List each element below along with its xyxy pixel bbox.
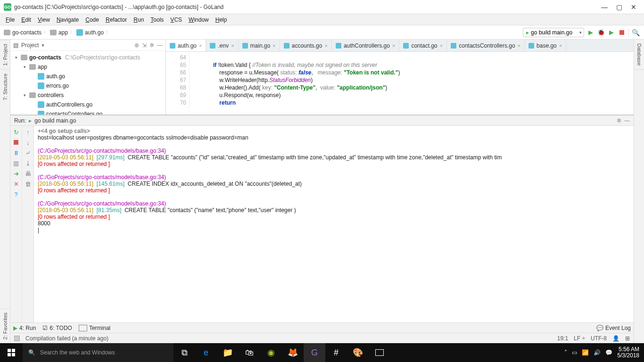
edge-icon[interactable]: e [195,343,217,362]
hide-panel-icon[interactable]: — [157,42,163,49]
dump-button[interactable]: ▥ [12,159,20,167]
menu-help[interactable]: Help [213,16,230,24]
run-button[interactable]: ▶ [587,29,594,36]
volume-icon[interactable]: 🔊 [594,349,601,356]
editor-tab[interactable]: .env× [206,40,238,51]
tool-tab-database[interactable]: Database [634,40,644,70]
close-tab-icon[interactable]: × [324,43,327,49]
tray-chevron-icon[interactable]: ˄ [564,349,567,356]
code-editor[interactable]: 64656667686970 if !token.Valid { //Token… [166,52,634,115]
tree-item[interactable]: controllers [38,92,64,99]
close-tab-icon[interactable]: × [392,43,395,49]
menu-tools[interactable]: Tools [148,16,166,24]
app-icon[interactable] [369,343,390,362]
editor-tab[interactable]: contact.go× [399,40,447,51]
close-tab-icon[interactable]: × [440,43,443,49]
breadcrumb-item[interactable]: app [50,29,68,36]
explorer-icon[interactable]: 📁 [217,343,239,362]
tree-item[interactable]: app [38,64,47,70]
editor-tab[interactable]: accounts.go× [280,40,332,51]
debug-button[interactable]: 🐞 [597,29,605,36]
editor-tab[interactable]: auth.go× [166,40,206,51]
wifi-icon[interactable]: 📶 [582,349,589,356]
tree-item[interactable]: contactsControllers.go [46,111,102,115]
caret-position[interactable]: 19:1 [557,335,568,342]
editor-tab[interactable]: base.go× [525,40,566,51]
app-icon: GO [4,3,11,11]
close-run-button[interactable]: ✕ [12,180,20,188]
tool-tab-favorites[interactable]: 2: Favorites [0,308,10,343]
tree-item[interactable]: errors.go [46,82,69,89]
rerun-button[interactable]: ↻ [12,128,20,136]
menu-navigate[interactable]: Navigate [54,16,82,24]
soft-wrap-button[interactable]: ⤶ [24,148,32,157]
close-button[interactable]: ✕ [631,3,636,11]
close-tab-icon[interactable]: × [199,43,202,49]
run-hide-icon[interactable]: — [624,117,630,124]
run-settings-icon[interactable]: ✲ [617,117,621,124]
up-button[interactable]: ↑ [24,128,32,136]
battery-icon[interactable]: ▭ [572,349,577,356]
line-separator[interactable]: LF ÷ [574,335,585,342]
collapse-all-icon[interactable]: ⇲ [142,42,147,49]
start-button[interactable] [0,343,23,362]
menu-vcs[interactable]: VCS [167,16,185,24]
editor-tab[interactable]: authControllers.go× [332,40,400,51]
taskbar-clock[interactable]: 5:56 AM 5/3/2018 [617,346,639,359]
menu-view[interactable]: View [35,16,53,24]
clear-button[interactable]: 🗑 [24,180,32,188]
tool-tab-run[interactable]: ▶4: Run [13,325,36,331]
editor-tab[interactable]: main.go× [239,40,280,51]
taskbar-search[interactable]: 🔍 Search the web and Windows [23,343,173,362]
paint-icon[interactable]: 🎨 [347,343,369,362]
console-output[interactable]: +<4 go setup calls>host=localhost user=p… [34,126,634,322]
close-tab-icon[interactable]: × [231,43,234,49]
goland-icon[interactable]: G [304,343,325,362]
tree-item[interactable]: auth.go [46,73,65,80]
scroll-end-button[interactable]: ⤓ [24,159,32,167]
code-content[interactable]: if !token.Valid { //Token is invalid, ma… [190,52,634,115]
search-everywhere-button[interactable]: 🔍 [632,29,639,36]
inspection-indicator[interactable]: 👤 [612,335,619,342]
breadcrumb-item[interactable]: go-contacts [4,29,41,36]
maximize-button[interactable]: ▢ [616,3,622,11]
minimize-button[interactable]: — [601,3,608,11]
firefox-icon[interactable]: 🦊 [282,343,304,362]
task-view-icon[interactable]: ⧉ [173,343,195,362]
pause-button[interactable]: ⏸ [12,148,20,157]
editor-tab[interactable]: contactsControllers.go× [447,40,525,51]
menu-file[interactable]: File [3,16,17,24]
slack-icon[interactable]: # [325,343,347,362]
stop-button[interactable] [618,29,626,36]
file-encoding[interactable]: UTF-8 [591,335,607,342]
stop-process-button[interactable] [12,138,20,147]
store-icon[interactable]: 🛍 [239,343,260,362]
scroll-from-source-icon[interactable]: ⊕ [134,42,139,49]
close-tab-icon[interactable]: × [518,43,520,49]
tool-tab-structure[interactable]: 7: Structure [0,69,10,104]
tool-tab-terminal[interactable]: Terminal [79,325,110,331]
menu-window[interactable]: Window [186,16,212,24]
menu-refactor[interactable]: Refactor [103,16,130,24]
tree-item[interactable]: authControllers.go [46,101,92,108]
print-button[interactable]: 🖶 [24,169,32,178]
tool-tab-project[interactable]: 1: Project [0,40,10,69]
run-coverage-button[interactable]: ▶ [608,29,615,36]
menu-code[interactable]: Code [83,16,102,24]
exit-button[interactable]: ➜ [12,169,20,178]
panel-settings-icon[interactable]: ✲ [149,42,154,49]
action-center-icon[interactable]: 💬 [605,349,612,356]
menu-edit[interactable]: Edit [18,16,34,24]
run-config-selector[interactable]: ▸ go build main.go [523,28,584,37]
down-button[interactable]: ↓ [24,138,32,147]
event-log-button[interactable]: 💬Event Log [596,325,631,331]
project-tree[interactable]: ▾ go-contacts C:\GoProjects\src\go-conta… [10,51,165,115]
breadcrumb-item[interactable]: auth.go [76,29,104,36]
menu-run[interactable]: Run [131,16,147,24]
memory-indicator[interactable]: ⊞ [625,335,630,342]
android-studio-icon[interactable]: ◉ [260,343,282,362]
close-tab-icon[interactable]: × [272,43,275,49]
close-tab-icon[interactable]: × [559,43,562,49]
help-button[interactable]: ? [12,190,20,198]
tool-tab-todo[interactable]: ☑6: TODO [42,325,72,331]
